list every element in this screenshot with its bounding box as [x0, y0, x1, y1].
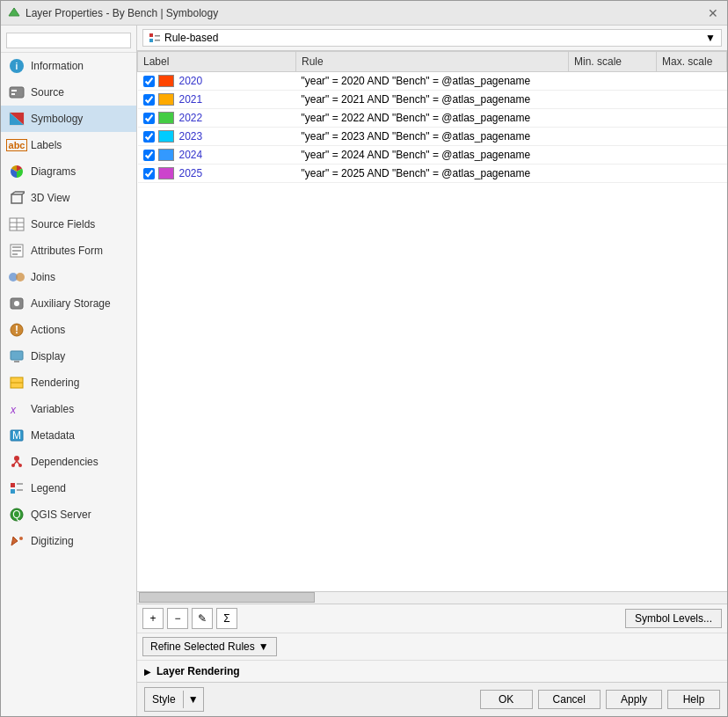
scroll-thumb: [139, 592, 315, 603]
col-maxscale: Max. scale: [657, 52, 727, 72]
renderer-dropdown[interactable]: Rule-based ▼: [142, 29, 722, 47]
table-row: 2021 "year" = 2021 AND "Bench" = @atlas_…: [138, 91, 727, 109]
rules-table-area: Label Rule Min. scale Max. scale 2020 "y…: [137, 51, 727, 591]
row-checkbox[interactable]: [143, 113, 155, 124]
sidebar-item-joins[interactable]: Joins: [1, 264, 136, 290]
help-button[interactable]: Help: [667, 690, 720, 709]
sidebar-item-auxiliary[interactable]: Auxiliary Storage: [1, 290, 136, 317]
dropdown-arrow-icon: ▼: [705, 32, 716, 44]
row-minscale-cell: [569, 146, 657, 165]
row-minscale-cell: [569, 72, 657, 91]
sidebar-label-display: Display: [31, 350, 65, 362]
col-rule: Rule: [296, 52, 569, 72]
sidebar-item-dependencies[interactable]: Dependencies: [1, 449, 136, 475]
sidebar-item-diagrams[interactable]: Diagrams: [1, 158, 136, 185]
sidebar-item-attributesform[interactable]: Attributes Form: [1, 238, 136, 264]
table-row: 2023 "year" = 2023 AND "Bench" = @atlas_…: [138, 128, 727, 146]
add-rule-button[interactable]: +: [142, 608, 164, 629]
sidebar-item-sourcefields[interactable]: Source Fields: [1, 211, 136, 238]
ok-button[interactable]: OK: [480, 690, 533, 709]
dependencies-icon: [8, 453, 25, 471]
sidebar-item-digitizing[interactable]: Digitizing: [1, 528, 136, 554]
sidebar-label-sourcefields: Source Fields: [31, 218, 95, 230]
diagrams-icon: [8, 163, 25, 180]
3dview-icon: [8, 189, 25, 207]
right-panel: Rule-based ▼ Label Rule Min. scale Max. …: [137, 26, 727, 716]
svg-text:M: M: [12, 429, 21, 442]
sidebar-item-legend[interactable]: Legend: [1, 475, 136, 501]
sidebar-item-actions[interactable]: ! Actions: [1, 317, 136, 343]
row-rule-cell: "year" = 2020 AND "Bench" = @atlas_pagen…: [296, 72, 569, 91]
svg-rect-16: [12, 246, 21, 248]
remove-rule-button[interactable]: −: [167, 608, 188, 629]
svg-rect-26: [14, 361, 19, 362]
search-input[interactable]: [6, 33, 131, 48]
symbol-levels-button[interactable]: Symbol Levels...: [625, 609, 722, 628]
style-button[interactable]: Style ▼: [144, 687, 204, 712]
row-checkbox[interactable]: [143, 131, 155, 143]
row-checkbox[interactable]: [143, 76, 155, 87]
row-rule-cell: "year" = 2024 AND "Bench" = @atlas_pagen…: [296, 146, 569, 165]
horizontal-scrollbar[interactable]: [137, 591, 727, 604]
svg-point-20: [16, 273, 25, 282]
close-button[interactable]: ✕: [706, 6, 720, 20]
layer-rendering-section[interactable]: ▶ Layer Rendering: [137, 660, 727, 682]
svg-text:Q: Q: [12, 508, 20, 521]
sidebar-item-information[interactable]: i Information: [1, 53, 136, 79]
sidebar-label-source: Source: [31, 86, 64, 99]
row-maxscale-cell: [657, 72, 727, 91]
row-checkbox[interactable]: [143, 168, 155, 179]
row-maxscale-cell: [657, 109, 727, 128]
cancel-button[interactable]: Cancel: [538, 690, 601, 709]
info-icon: i: [8, 57, 25, 75]
style-dropdown-arrow: ▼: [183, 691, 203, 708]
refine-icon-button[interactable]: Σ: [216, 608, 237, 629]
row-minscale-cell: [569, 109, 657, 128]
sourcefields-icon: [8, 216, 25, 233]
attributesform-icon: [8, 242, 25, 260]
svg-rect-44: [149, 33, 153, 37]
color-swatch: [158, 112, 174, 124]
sidebar-label-qgisserver: QGIS Server: [31, 508, 91, 521]
sidebar-label-attributesform: Attributes Form: [31, 245, 103, 257]
sidebar-item-source[interactable]: Source: [1, 79, 136, 106]
row-checkbox[interactable]: [143, 94, 155, 106]
bottom-toolbar: + − ✎ Σ Symbol Levels...: [137, 604, 727, 633]
footer-right: OK Cancel Apply Help: [480, 690, 720, 709]
sidebar-item-symbology[interactable]: Symbology: [1, 106, 136, 132]
edit-rule-button[interactable]: ✎: [192, 608, 213, 629]
edit-icon: ✎: [198, 612, 207, 625]
color-swatch: [158, 167, 174, 179]
svg-rect-46: [155, 35, 160, 37]
sidebar-label-variables: Variables: [31, 403, 74, 415]
sidebar-item-rendering[interactable]: Rendering: [1, 369, 136, 396]
year-label: 2025: [179, 167, 203, 179]
sidebar-item-labels[interactable]: abc Labels: [1, 132, 136, 158]
svg-rect-47: [155, 40, 160, 41]
sidebar-item-qgisserver[interactable]: Q QGIS Server: [1, 501, 136, 528]
refine-selected-rules-button[interactable]: Refine Selected Rules ▼: [142, 637, 277, 656]
row-checkbox[interactable]: [143, 150, 155, 161]
sidebar-item-3dview[interactable]: 3D View: [1, 185, 136, 211]
sidebar-item-metadata[interactable]: M Metadata: [1, 422, 136, 449]
svg-rect-45: [149, 39, 153, 42]
actions-icon: !: [8, 321, 25, 339]
main-content: i Information Source Symbolog: [1, 26, 727, 716]
row-rule-cell: "year" = 2021 AND "Bench" = @atlas_pagen…: [296, 91, 569, 109]
row-label-cell: 2022: [138, 109, 296, 128]
apply-button[interactable]: Apply: [606, 690, 662, 709]
sidebar-item-variables[interactable]: x Variables: [1, 396, 136, 422]
table-row: 2025 "year" = 2025 AND "Bench" = @atlas_…: [138, 165, 727, 183]
sidebar-label-labels: Labels: [31, 139, 62, 151]
col-minscale: Min. scale: [569, 52, 657, 72]
display-icon: [8, 348, 25, 365]
svg-rect-7: [11, 194, 22, 203]
svg-point-43: [19, 537, 23, 540]
row-label-cell: 2024: [138, 146, 296, 165]
legend-icon: [8, 479, 25, 497]
auxiliary-icon: [8, 295, 25, 312]
svg-rect-18: [12, 253, 18, 255]
sidebar-item-display[interactable]: Display: [1, 343, 136, 369]
table-row: 2022 "year" = 2022 AND "Bench" = @atlas_…: [138, 109, 727, 128]
refine-dropdown-arrow: ▼: [258, 640, 269, 653]
